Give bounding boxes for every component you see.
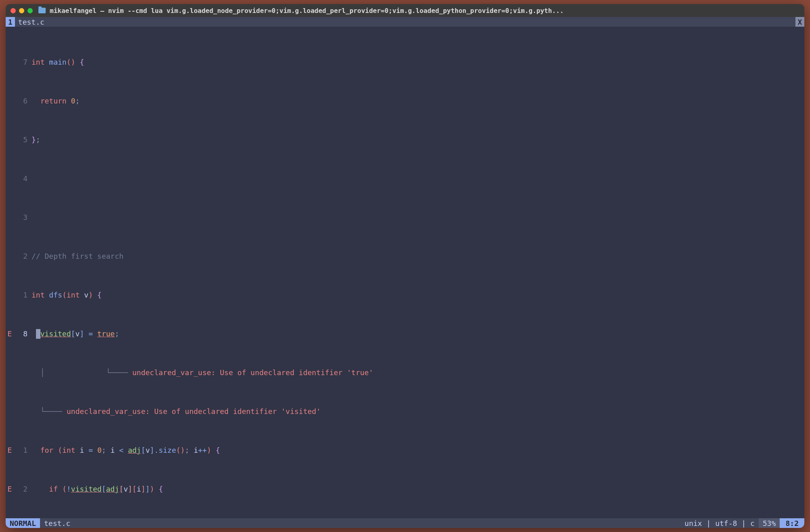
status-fileinfo: unix | utf-8 | c <box>681 518 759 528</box>
code-line-current[interactable]: E 8 visited[v] = true; <box>6 329 804 339</box>
code-line[interactable]: 3 <box>6 213 804 222</box>
close-window-button[interactable] <box>11 8 16 13</box>
code-content: int main() { <box>32 57 804 67</box>
tabline-fill <box>48 17 795 27</box>
editor-area[interactable]: 7 int main() { 6 return 0; 5 }; 4 3 2 // <box>6 27 804 518</box>
statusline-fill <box>74 518 681 528</box>
mode-indicator: NORMAL <box>6 518 40 528</box>
cursor <box>36 329 40 339</box>
code-line[interactable]: 4 <box>6 174 804 184</box>
error-sign: E <box>6 445 14 455</box>
code-line[interactable]: E 2 if (!visited[adj[v][i]]) { <box>6 484 804 494</box>
diagnostic-message: undeclared_var_use: Use of undeclared id… <box>132 368 373 377</box>
status-percent: 53% <box>759 518 780 528</box>
minimize-window-button[interactable] <box>19 8 24 13</box>
line-number: 7 <box>14 57 32 67</box>
code-line[interactable]: 7 int main() { <box>6 57 804 67</box>
code-line[interactable]: 2 // Depth first search <box>6 251 804 261</box>
diagnostic-line: │ └──── undeclared_var_use: Use of undec… <box>6 368 804 378</box>
diagnostic-line: └──── undeclared_var_use: Use of undecla… <box>6 407 804 416</box>
error-sign: E <box>6 484 14 494</box>
tab-index[interactable]: 1 <box>6 17 15 27</box>
tab-name[interactable]: test.c <box>15 17 48 27</box>
status-position: 8:2 <box>780 518 804 528</box>
folder-icon <box>38 8 46 13</box>
zoom-window-button[interactable] <box>27 8 33 13</box>
sign-column <box>6 57 14 67</box>
code-line[interactable]: 5 }; <box>6 135 804 145</box>
statusline: NORMAL test.c unix | utf-8 | c 53% 8:2 <box>6 518 804 528</box>
error-sign: E <box>6 329 14 339</box>
status-filename: test.c <box>40 518 74 528</box>
nvim-tabline: 1 test.c X <box>6 17 804 27</box>
window-title: mikaelfangel — nvim --cmd lua vim.g.load… <box>50 7 799 15</box>
terminal-window: mikaelfangel — nvim --cmd lua vim.g.load… <box>6 4 804 528</box>
diagnostic-message: undeclared_var_use: Use of undeclared id… <box>67 407 321 416</box>
code-line[interactable]: E 1 for (int i = 0; i < adj[v].size(); i… <box>6 445 804 455</box>
tab-close-button[interactable]: X <box>795 17 804 27</box>
code-line[interactable]: 6 return 0; <box>6 96 804 106</box>
macos-titlebar: mikaelfangel — nvim --cmd lua vim.g.load… <box>6 4 804 17</box>
traffic-lights <box>11 8 33 13</box>
line-number-current: 8 <box>14 329 32 339</box>
code-line[interactable]: 1 int dfs(int v) { <box>6 290 804 300</box>
